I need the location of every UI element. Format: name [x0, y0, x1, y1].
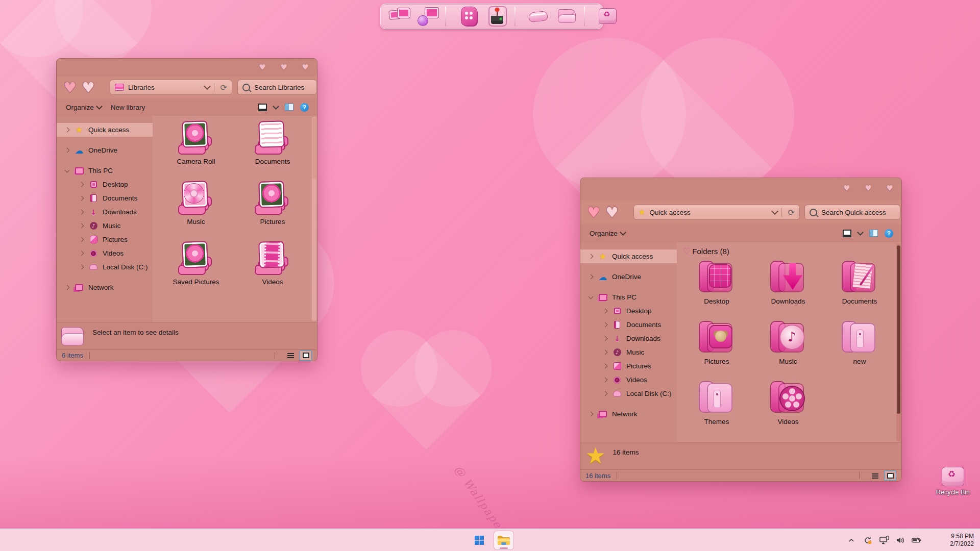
expander[interactable] — [77, 265, 85, 269]
forward-button[interactable] — [80, 80, 96, 95]
battery-icon[interactable] — [912, 535, 922, 545]
expander[interactable] — [586, 412, 595, 416]
dock-shortcut[interactable] — [418, 6, 439, 27]
sidebar-item[interactable]: Local Disk (C:) — [57, 260, 153, 274]
folder-item[interactable]: Music — [752, 321, 824, 381]
details-view-toggle[interactable] — [869, 470, 881, 481]
network-tray-icon[interactable] — [879, 535, 889, 545]
expander[interactable] — [601, 337, 609, 340]
address-bar[interactable]: Libraries — [110, 80, 232, 95]
back-button[interactable] — [585, 205, 602, 220]
sync-status-icon[interactable] — [863, 535, 873, 545]
icons-view-toggle[interactable] — [884, 470, 896, 481]
sidebar-item[interactable]: Quick access — [57, 123, 153, 137]
sidebar-item[interactable]: Music — [580, 345, 677, 359]
sidebar-item[interactable]: This PC — [57, 164, 153, 178]
help-icon[interactable]: ? — [885, 229, 893, 238]
expander[interactable] — [601, 323, 609, 327]
expander[interactable] — [601, 364, 609, 368]
expander[interactable] — [601, 392, 609, 395]
sidebar-item[interactable]: Music — [57, 219, 153, 233]
expander[interactable] — [586, 255, 595, 258]
preview-pane-icon[interactable] — [869, 230, 878, 237]
expander[interactable] — [77, 183, 85, 186]
details-view-toggle[interactable] — [284, 350, 297, 361]
sidebar-item[interactable]: Documents — [57, 191, 153, 205]
dock-shortcut[interactable] — [458, 6, 480, 27]
expander[interactable] — [77, 252, 85, 255]
search-box[interactable]: Search Quick access — [804, 205, 900, 220]
icons-view-toggle[interactable] — [300, 350, 312, 361]
expander[interactable] — [601, 309, 609, 313]
sidebar-item[interactable]: This PC — [580, 290, 677, 304]
help-icon[interactable]: ? — [300, 103, 309, 112]
organize-menu[interactable]: Organize — [590, 230, 625, 237]
sidebar-item[interactable]: Local Disk (C:) — [580, 387, 677, 400]
forward-button[interactable] — [604, 205, 620, 220]
library-item[interactable]: Documents — [234, 121, 311, 181]
change-view-icon[interactable] — [843, 230, 851, 237]
minimize-button[interactable] — [258, 63, 267, 71]
expander[interactable] — [601, 350, 609, 354]
taskbar-clock[interactable]: 9:58 PM 2/7/2022 — [950, 529, 974, 551]
organize-menu[interactable]: Organize — [66, 104, 102, 111]
expander[interactable] — [586, 296, 595, 298]
address-bar[interactable]: Quick access — [633, 205, 800, 220]
recycle-bin-desktop-icon[interactable]: Recycle Bin — [931, 465, 975, 496]
sidebar-item[interactable]: Desktop — [57, 178, 153, 191]
sidebar-item[interactable]: Videos — [57, 246, 153, 260]
close-button[interactable] — [301, 63, 310, 71]
sidebar-item[interactable]: Network — [580, 407, 677, 421]
address-dropdown-icon[interactable] — [771, 208, 778, 215]
sidebar-item[interactable]: Pictures — [580, 359, 677, 373]
expander[interactable] — [63, 169, 71, 172]
folder-item[interactable]: new — [824, 321, 895, 381]
dock-shortcut[interactable] — [528, 6, 549, 27]
maximize-button[interactable] — [864, 184, 873, 192]
library-item[interactable]: Music — [158, 181, 234, 241]
folder-item[interactable]: Videos — [752, 381, 824, 441]
preview-pane-icon[interactable] — [285, 104, 293, 111]
library-item[interactable]: Camera Roll — [158, 121, 234, 181]
folder-item[interactable]: Downloads — [752, 261, 824, 321]
library-item[interactable]: Pictures — [234, 181, 311, 241]
volume-icon[interactable] — [895, 535, 905, 545]
back-button[interactable] — [62, 80, 78, 95]
library-item[interactable]: Saved Pictures — [158, 241, 234, 302]
dock-shortcut[interactable] — [556, 6, 578, 27]
new-library-button[interactable]: New library — [111, 104, 145, 111]
close-button[interactable] — [885, 184, 894, 192]
refresh-icon[interactable] — [788, 208, 795, 217]
folder-item[interactable]: Themes — [681, 381, 752, 441]
search-box[interactable]: Search Libraries — [237, 80, 317, 95]
views-dropdown-icon[interactable] — [857, 229, 864, 236]
scrollbar-thumb[interactable] — [897, 245, 900, 414]
sidebar-item[interactable]: Pictures — [57, 233, 153, 246]
expander[interactable] — [63, 128, 71, 132]
expander[interactable] — [77, 196, 85, 200]
folder-item[interactable]: Documents — [824, 261, 895, 321]
expander[interactable] — [63, 286, 71, 289]
change-view-icon[interactable] — [258, 104, 267, 111]
sidebar-item[interactable]: Desktop — [580, 304, 677, 318]
folder-item[interactable]: Desktop — [681, 261, 752, 321]
scrollbar[interactable] — [312, 117, 316, 321]
expander[interactable] — [63, 148, 71, 152]
expander[interactable] — [77, 238, 85, 241]
sidebar-item[interactable]: OneDrive — [580, 270, 677, 284]
maximize-button[interactable] — [279, 63, 288, 71]
address-dropdown-icon[interactable] — [204, 83, 211, 90]
dock-shortcut[interactable] — [597, 6, 619, 27]
file-explorer-taskbar-button[interactable] — [494, 531, 513, 549]
tray-overflow-chevron-icon[interactable] — [846, 535, 856, 545]
folder-item[interactable]: Pictures — [681, 321, 752, 381]
library-item[interactable]: Videos — [234, 241, 311, 302]
expander[interactable] — [601, 378, 609, 382]
minimize-button[interactable] — [842, 184, 851, 192]
sidebar-item[interactable]: Quick access — [580, 249, 677, 263]
refresh-icon[interactable] — [220, 83, 227, 92]
sidebar-item[interactable]: OneDrive — [57, 143, 153, 157]
start-button[interactable] — [470, 531, 489, 549]
scrollbar-thumb[interactable] — [312, 118, 316, 179]
expander[interactable] — [77, 210, 85, 214]
